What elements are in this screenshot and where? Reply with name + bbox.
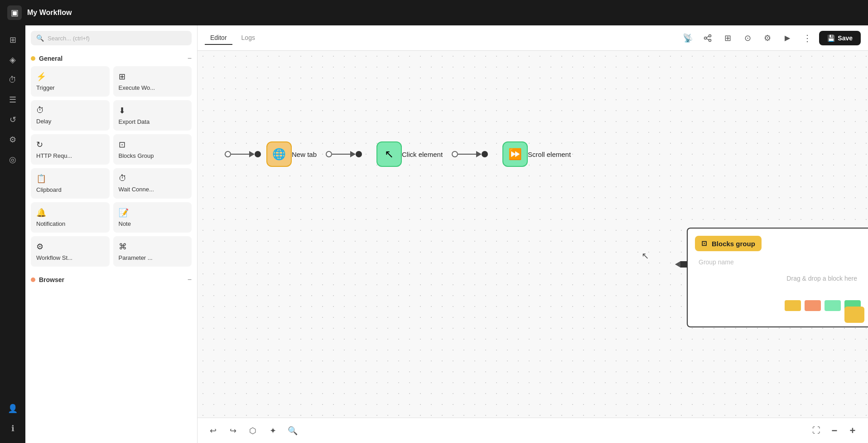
redo-button[interactable]: ↪	[225, 423, 241, 439]
new-tab-input-connector	[225, 151, 231, 157]
general-dot	[31, 56, 35, 61]
conn-line-3	[458, 154, 476, 155]
swatch-orange[interactable]	[805, 300, 821, 311]
cube-button[interactable]: ⬡	[245, 423, 261, 439]
more-icon-btn[interactable]: ⋮	[799, 30, 815, 46]
sidebar-item-settings[interactable]: ⚙	[4, 131, 22, 149]
browser-collapse-icon[interactable]: −	[188, 276, 192, 284]
new-tab-block[interactable]: 🌐	[266, 141, 292, 167]
color-swatches	[695, 300, 861, 311]
block-notification[interactable]: 🔔 Notification	[31, 202, 110, 233]
search-icon: 🔍	[36, 34, 44, 42]
share-icon-btn[interactable]	[699, 30, 716, 46]
icon-sidebar: ⊞ ◈ ⏱ ☰ ↺ ⚙ ◎ 👤 ℹ	[0, 25, 25, 443]
fullscreen-button[interactable]: ⛶	[808, 423, 825, 439]
conn-line-1	[231, 154, 249, 155]
export-data-icon: ⬇	[119, 106, 125, 116]
conn-arrow-3	[476, 151, 482, 157]
sidebar-item-info[interactable]: ℹ	[4, 419, 22, 438]
conn-line-2	[332, 154, 350, 155]
search-placeholder: Search... (ctrl+f)	[48, 35, 90, 42]
drag-drop-hint: Drag & drop a block here	[695, 275, 861, 282]
save-icon: 💾	[827, 34, 835, 42]
block-wait-connection[interactable]: ⏱ Wait Conne...	[113, 168, 192, 199]
group-name-label: Group name	[699, 258, 861, 266]
svg-point-1	[704, 37, 707, 39]
left-panel: 🔍 Search... (ctrl+f) General − ⚡ Trigger…	[25, 25, 198, 443]
block-parameter[interactable]: ⌘ Parameter ...	[113, 236, 192, 267]
play-icon-btn[interactable]: ▶	[779, 30, 796, 46]
undo-button[interactable]: ↩	[205, 423, 221, 439]
search-box[interactable]: 🔍 Search... (ctrl+f)	[31, 31, 192, 45]
sidebar-item-shape[interactable]: ◈	[4, 51, 22, 69]
block-clipboard[interactable]: 📋 Clipboard	[31, 168, 110, 199]
search-bottom-button[interactable]: 🔍	[285, 423, 301, 439]
execute-workflow-label: Execute Wo...	[119, 84, 155, 91]
scroll-element-node-group: ⏩ Scroll element	[502, 141, 571, 167]
scroll-input-open	[452, 151, 458, 157]
block-blocks-group[interactable]: ⊡ Blocks Group	[113, 134, 192, 165]
parameter-icon: ⌘	[119, 242, 127, 252]
blocks-group-panel[interactable]: ⊡ Blocks group Group name Drag & drop a …	[687, 228, 868, 327]
svg-point-0	[709, 34, 711, 37]
save-label: Save	[838, 34, 853, 42]
click-element-label: Click element	[402, 151, 443, 158]
http-request-label: HTTP Requ...	[36, 152, 72, 159]
sidebar-item-location[interactable]: ◎	[4, 151, 22, 169]
scroll-filled-connector	[482, 151, 488, 157]
toolbar: Editor Logs 📡 ⊞ ⊙ ⚙ ▶ ⋮ 💾 Save	[198, 25, 868, 51]
app-logo: ▣	[7, 5, 22, 20]
star-button[interactable]: ✦	[265, 423, 281, 439]
zoom-controls: ⛶ − +	[808, 423, 861, 439]
workflow-storage-label: Workflow St...	[36, 254, 72, 261]
block-note[interactable]: 📝 Note	[113, 202, 192, 233]
sidebar-item-list[interactable]: ☰	[4, 91, 22, 109]
yellow-accent-block	[844, 307, 864, 323]
wait-connection-label: Wait Conne...	[119, 186, 154, 193]
editor-area: Editor Logs 📡 ⊞ ⊙ ⚙ ▶ ⋮ 💾 Save	[198, 25, 868, 443]
click-input-open	[326, 151, 332, 157]
new-tab-node-group: 🌐 New tab	[225, 141, 317, 167]
zoom-out-button[interactable]: −	[826, 423, 843, 439]
browser-label: Browser	[39, 276, 184, 283]
clipboard-icon: 📋	[36, 174, 46, 184]
block-export-data[interactable]: ⬇ Export Data	[113, 100, 192, 131]
notification-icon: 🔔	[36, 208, 46, 218]
block-trigger[interactable]: ⚡ Trigger	[31, 66, 110, 97]
swatch-mint[interactable]	[825, 300, 841, 311]
general-collapse-icon[interactable]: −	[188, 54, 192, 63]
database-icon-btn[interactable]: ⊙	[739, 30, 756, 46]
blocks-group-panel-title: Blocks group	[712, 240, 755, 248]
click-filled-connector	[356, 151, 362, 157]
note-icon: 📝	[119, 208, 129, 218]
conn-arrow-2	[350, 151, 356, 157]
header: ▣ My Workflow	[0, 0, 868, 25]
group-arrow-left	[675, 261, 680, 268]
broadcast-icon-btn[interactable]: 📡	[680, 30, 696, 46]
trigger-label: Trigger	[36, 84, 55, 91]
sidebar-item-user[interactable]: 👤	[4, 399, 22, 418]
config-icon-btn[interactable]: ⚙	[759, 30, 776, 46]
sidebar-item-clock[interactable]: ⏱	[4, 71, 22, 89]
block-workflow-storage[interactable]: ⚙ Workflow St...	[31, 236, 110, 267]
block-http-request[interactable]: ↻ HTTP Requ...	[31, 134, 110, 165]
save-button[interactable]: 💾 Save	[819, 31, 861, 45]
tab-logs[interactable]: Logs	[236, 31, 260, 45]
grid-icon-btn[interactable]: ⊞	[719, 30, 736, 46]
workflow-title: My Workflow	[27, 9, 861, 17]
zoom-in-button[interactable]: +	[844, 423, 861, 439]
group-circle-filled	[680, 261, 687, 268]
sidebar-item-history[interactable]: ↺	[4, 111, 22, 129]
export-data-label: Export Data	[119, 118, 150, 125]
share-svg	[704, 34, 712, 42]
clipboard-label: Clipboard	[36, 186, 62, 193]
sidebar-item-home[interactable]: ⊞	[4, 31, 22, 49]
canvas[interactable]: 🌐 New tab ↖ Click element	[198, 51, 868, 418]
click-element-block[interactable]: ↖	[376, 141, 402, 167]
scroll-element-block[interactable]: ⏩	[502, 141, 528, 167]
block-delay[interactable]: ⏱ Delay	[31, 100, 110, 131]
conn-arrow-1	[249, 151, 255, 157]
block-execute-workflow[interactable]: ⊞ Execute Wo...	[113, 66, 192, 97]
tab-editor[interactable]: Editor	[205, 31, 232, 45]
swatch-yellow[interactable]	[785, 300, 801, 311]
